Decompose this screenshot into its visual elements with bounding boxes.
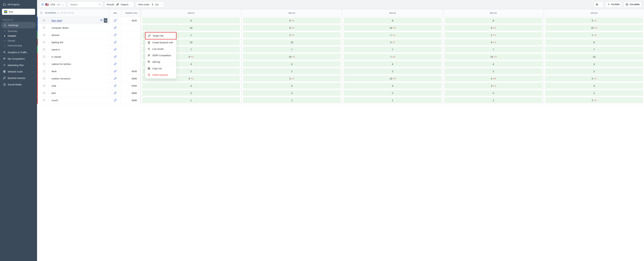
serp-competitors-icon[interactable] (100, 19, 103, 22)
expand-row[interactable]: › (48, 92, 50, 94)
svg-rect-18 (43, 78, 45, 80)
expand-row[interactable]: › (48, 20, 50, 22)
expand-row[interactable]: › (48, 41, 50, 43)
keyword-text: outdoor furnitures (52, 77, 70, 80)
ctx-serp-competitors[interactable]: SERP Competitors (145, 52, 176, 59)
filters-button[interactable]: FILTERS (605, 2, 622, 8)
url-link-button[interactable] (113, 91, 118, 95)
svg-rect-7 (40, 12, 42, 14)
expand-row[interactable]: › (48, 34, 50, 36)
nav-backlink[interactable]: Backlink Monitor ⌄ (0, 75, 37, 81)
rank-chip: 10 (545, 54, 643, 60)
ctx-target-url[interactable]: Target URL (145, 32, 176, 40)
row-checkbox[interactable] (43, 92, 46, 94)
keyword-text[interactable]: bars stool (52, 19, 62, 22)
rank-value: 5 (290, 77, 291, 80)
url-link-button[interactable] (113, 33, 118, 37)
table-row: ›stand tv77777 (37, 46, 644, 53)
rank-cell: 4 (342, 60, 442, 68)
search-input[interactable] (70, 3, 98, 6)
row-checkbox[interactable] (43, 56, 46, 58)
row-checkbox[interactable] (43, 84, 46, 87)
rank-chip: 2 (243, 90, 341, 96)
rank-cell: 10 (543, 53, 644, 60)
url-link-button[interactable] (113, 76, 118, 80)
rank-chip: 10 (142, 25, 240, 30)
rank-value: 1 (190, 99, 192, 102)
nav-marketing[interactable]: Marketing Plan ⌄ (0, 62, 37, 68)
expand-row[interactable]: › (48, 27, 50, 29)
ctx-serp-competitors-label: SERP Competitors (152, 54, 171, 57)
subnav-historical[interactable]: Historical data (0, 43, 37, 48)
date-header-1: NOV-23 (241, 9, 342, 17)
row-color-bar (37, 82, 38, 89)
row-checkbox[interactable] (43, 41, 46, 44)
subnav-summary[interactable]: Summary (0, 29, 37, 34)
search-engine-selector[interactable]: G USA EN ⌄ (39, 2, 66, 8)
rank-cell: 2 (241, 90, 342, 97)
subnav-overall[interactable]: Overall (0, 38, 37, 43)
url-link-button[interactable] (113, 98, 118, 102)
rank-delta: ▴3 (392, 56, 395, 58)
row-checkbox[interactable] (43, 26, 46, 29)
expand-row[interactable]: › (48, 85, 50, 87)
date-header-0: NOV-22 (140, 9, 241, 17)
rank-value: 2 (594, 92, 595, 94)
checklist-icon (3, 64, 6, 66)
row-checkbox[interactable] (43, 34, 46, 36)
row-checkbox[interactable] (43, 99, 46, 102)
rank-value: 7 (390, 56, 392, 58)
nav-audit[interactable]: Website Audit ⌄ (0, 68, 37, 75)
viewmode-selector[interactable]: View mode: List ⌄ (136, 2, 164, 8)
row-checkbox[interactable] (43, 63, 46, 65)
all-projects-link[interactable]: All Projects (0, 1, 37, 8)
expand-row[interactable]: › (48, 70, 50, 72)
ctx-copy-row[interactable]: Copy row (145, 65, 176, 72)
url-link-button[interactable] (113, 26, 118, 30)
expand-row[interactable]: › (48, 48, 50, 50)
row-checkbox[interactable] (43, 77, 46, 80)
rank-cell: 10▾2 (543, 24, 644, 32)
copy-button[interactable]: ⌄ (594, 2, 604, 8)
select-all-checkbox[interactable] (40, 12, 43, 14)
columns-button[interactable]: COLUMNS (624, 2, 642, 8)
url-link-button[interactable] (113, 18, 118, 22)
url-link-button[interactable] (113, 47, 118, 52)
ctx-delete-keyword[interactable]: Delete keyword (145, 72, 176, 78)
ctx-live-results[interactable]: Live results (145, 46, 176, 52)
project-selector[interactable]: Ikea ⌄ (2, 9, 35, 15)
nav-competitors[interactable]: My Competitors ⌄ (0, 56, 37, 62)
expand-row[interactable]: › (48, 78, 50, 80)
rank-cell: 6 (442, 17, 543, 24)
search-input-wrap[interactable] (68, 2, 103, 8)
rank-value: 2 (291, 92, 292, 94)
url-link-button[interactable] (113, 69, 118, 73)
columns-icon (626, 3, 628, 6)
url-link-button[interactable] (113, 84, 118, 88)
ctx-create-note[interactable]: Create keyword note (145, 39, 176, 46)
ctx-delete-label: Delete keyword (152, 74, 168, 76)
nav-rankings[interactable]: Rankings ⌃ (1, 22, 36, 28)
expand-row[interactable]: › (48, 99, 50, 101)
search-vol-header: SEARCH VOL. (121, 9, 140, 17)
link-icon (114, 62, 117, 66)
rank-chip: 10 (243, 39, 341, 45)
ctx-add-tag[interactable]: Add tag › (145, 59, 176, 65)
nav-social[interactable]: Social Media ⌄ (0, 81, 37, 88)
more-actions-button[interactable] (104, 18, 107, 23)
results-filter[interactable]: Results: Organic ⌄ (104, 2, 134, 8)
url-link-button[interactable] (113, 62, 118, 66)
rank-value: 7 (493, 48, 494, 51)
expand-row[interactable]: › (48, 63, 50, 65)
url-link-button[interactable] (113, 54, 118, 59)
row-checkbox[interactable] (43, 48, 46, 51)
url-link-button[interactable] (113, 40, 118, 44)
bar-chart-icon (4, 24, 6, 26)
rank-cell: 10 (241, 39, 342, 46)
rank-chip: 10▾2 (545, 25, 643, 30)
expand-row[interactable]: › (48, 56, 50, 58)
row-checkbox[interactable] (43, 19, 46, 22)
subnav-detailed[interactable]: Detailed (0, 34, 37, 38)
row-checkbox[interactable] (43, 70, 46, 72)
nav-analytics[interactable]: Analytics & Traffic ⌄ (0, 49, 37, 56)
